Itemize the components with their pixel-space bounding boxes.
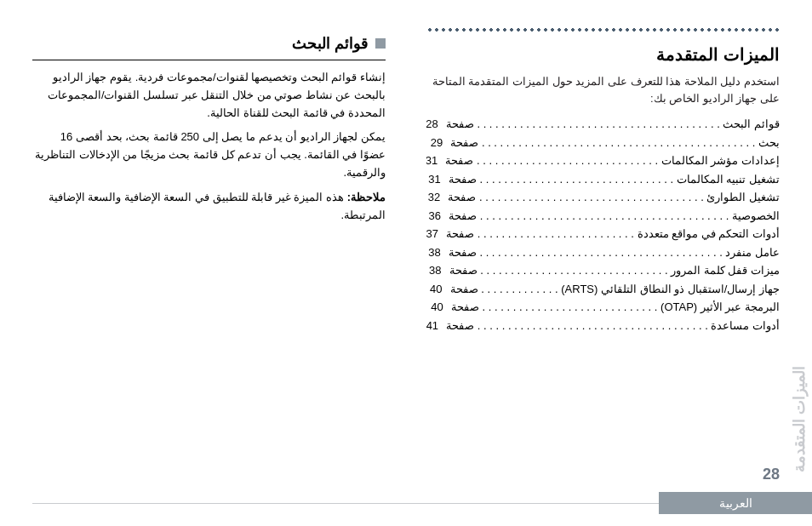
toc-leader-dots: . . . . . . . . . . . . . . . . . . . . …	[477, 246, 726, 259]
toc-leader-dots: . . . . . . . . . . . . . . . . . . . . …	[478, 136, 758, 149]
toc-page-number: 28	[426, 116, 443, 133]
toc-leader-dots: . . . . . . . . . . . . . . . . . . . . …	[477, 209, 732, 222]
toc-row: إعدادات مؤشر المكالمات . . . . . . . . .…	[426, 152, 780, 169]
paragraph-2: يمكن لجهاز الراديو أن يدعم ما يصل إلى 25…	[32, 129, 386, 181]
toc-leader-dots: . . . . . . . . . . . . . . . . . . . . …	[473, 154, 660, 167]
toc-page-word: صفحة	[445, 246, 477, 259]
toc-leader-dots: . . . . . . . . . . . . . . . . . . . . …	[476, 191, 706, 203]
toc-row: الخصوصية . . . . . . . . . . . . . . . .…	[426, 208, 780, 225]
toc-row: تشغيل الطوارئ . . . . . . . . . . . . . …	[426, 189, 780, 206]
toc-label: قوائم البحث	[723, 117, 780, 130]
toc-row: أدوات مساعدة . . . . . . . . . . . . . .…	[426, 317, 780, 334]
toc-row: البرمجة عبر الأثير (OTAP) . . . . . . . …	[426, 299, 780, 316]
toc-leader-dots: . . . . . . . . . . . . .	[478, 283, 562, 295]
toc-leader-dots: . . . . . . . . . . . . . . . . . . . . …	[479, 300, 660, 313]
note-text: هذه الميزة غير قابلة للتطبيق في السعة ال…	[49, 191, 386, 221]
side-tab-label: الميزات المتقدمة	[790, 366, 809, 472]
table-of-contents: قوائم البحث . . . . . . . . . . . . . . …	[426, 116, 780, 334]
toc-page-number: 41	[426, 317, 443, 334]
toc-row: عامل منفرد . . . . . . . . . . . . . . .…	[426, 244, 780, 261]
toc-row: تشغيل تنبيه المكالمات . . . . . . . . . …	[426, 171, 780, 188]
toc-label: أدوات التحكم في مواقع متعددة	[638, 227, 780, 240]
toc-label: أدوات مساعدة	[711, 319, 780, 332]
toc-label: إعدادات مؤشر المكالمات	[661, 154, 780, 167]
toc-page-word: صفحة	[445, 191, 477, 203]
toc-page-word: صفحة	[447, 283, 478, 295]
toc-page-word: صفحة	[448, 136, 479, 149]
toc-row: جهاز إرسال/استقبال ذو النطاق التلقائي (A…	[426, 281, 780, 298]
toc-label: جهاز إرسال/استقبال ذو النطاق التلقائي (A…	[561, 283, 780, 295]
toc-page-number: 36	[429, 208, 446, 225]
document-page: الميزات المتقدمة استخدم دليل الملاحة هذا…	[0, 0, 812, 526]
toc-leader-dots: . . . . . . . . . . . . . . . . . . . . …	[474, 227, 637, 240]
toc-page-number: 32	[428, 189, 445, 206]
heading-rule	[32, 60, 386, 60]
toc-page-number: 31	[426, 152, 443, 169]
toc-label: ميزات قفل كلمة المرور	[671, 264, 780, 277]
footer: العربية	[0, 492, 812, 514]
section-title: الميزات المتقدمة	[426, 44, 780, 65]
toc-page-word: صفحة	[443, 117, 474, 130]
right-column: الميزات المتقدمة استخدم دليل الملاحة هذا…	[426, 27, 780, 335]
subsection-heading: قوائم البحث	[292, 34, 369, 53]
toc-leader-dots: . . . . . . . . . . . . . . . . . . . . …	[477, 173, 677, 186]
toc-page-word: صفحة	[448, 300, 479, 313]
toc-page-word: صفحة	[446, 264, 477, 277]
toc-page-word: صفحة	[443, 154, 474, 167]
note-paragraph: ملاحظة: هذه الميزة غير قابلة للتطبيق في …	[32, 189, 386, 225]
toc-page-number: 38	[428, 244, 445, 261]
toc-page-word: صفحة	[446, 209, 477, 222]
toc-label: تشغيل تنبيه المكالمات	[677, 173, 780, 186]
two-column-layout: الميزات المتقدمة استخدم دليل الملاحة هذا…	[32, 27, 780, 335]
language-tab: العربية	[659, 492, 812, 514]
toc-row: قوائم البحث . . . . . . . . . . . . . . …	[426, 116, 780, 133]
square-bullet-icon	[375, 38, 386, 49]
toc-page-number: 38	[429, 262, 446, 279]
toc-label: البرمجة عبر الأثير (OTAP)	[660, 300, 780, 313]
toc-row: أدوات التحكم في مواقع متعددة . . . . . .…	[426, 226, 780, 243]
toc-page-word: صفحة	[445, 173, 477, 186]
toc-label: بحث	[758, 136, 780, 149]
toc-leader-dots: . . . . . . . . . . . . . . . . . . . . …	[474, 117, 723, 130]
toc-page-number: 40	[431, 299, 448, 316]
toc-leader-dots: . . . . . . . . . . . . . . . . . . . . …	[477, 264, 672, 277]
page-number: 28	[763, 466, 780, 483]
toc-row: بحث . . . . . . . . . . . . . . . . . . …	[426, 134, 780, 152]
toc-row: ميزات قفل كلمة المرور . . . . . . . . . …	[426, 262, 780, 279]
toc-page-word: صفحة	[443, 227, 474, 240]
toc-page-number: 29	[431, 134, 448, 152]
toc-page-number: 31	[428, 171, 445, 188]
toc-label: عامل منفرد	[725, 246, 780, 259]
left-column: قوائم البحث إنشاء قوائم البحث وتخصيصها ل…	[32, 27, 386, 335]
footer-rule	[32, 503, 659, 504]
toc-label: الخصوصية	[732, 209, 780, 222]
subsection-heading-row: قوائم البحث	[32, 34, 386, 53]
toc-page-number: 37	[426, 226, 443, 243]
toc-leader-dots: . . . . . . . . . . . . . . . . . . . . …	[474, 319, 711, 332]
intro-text: استخدم دليل الملاحة هذا للتعرف على المزي…	[426, 73, 780, 107]
toc-label: تشغيل الطوارئ	[706, 191, 780, 203]
toc-page-number: 40	[430, 281, 447, 298]
language-label: العربية	[719, 496, 752, 510]
note-label: ملاحظة:	[347, 191, 386, 203]
dotted-divider	[426, 27, 780, 32]
paragraph-1: إنشاء قوائم البحث وتخصيصها لقنوات/مجموعا…	[32, 69, 386, 122]
toc-page-word: صفحة	[443, 319, 475, 332]
